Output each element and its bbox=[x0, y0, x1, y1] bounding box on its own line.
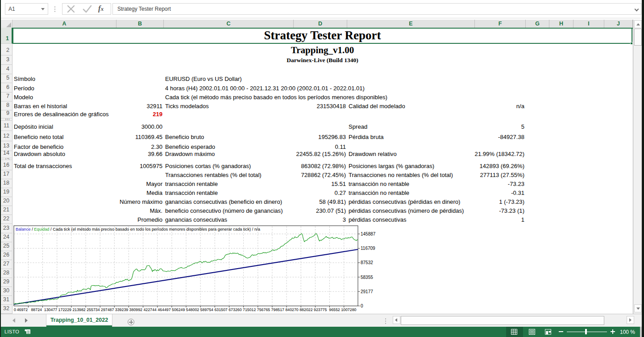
svg-text:548002: 548002 bbox=[186, 308, 199, 312]
svg-text:Balance / Equidad / Cada tick: Balance / Equidad / Cada tick (el método… bbox=[16, 227, 261, 232]
svg-text:58355: 58355 bbox=[361, 275, 373, 280]
svg-text:380992: 380992 bbox=[129, 308, 142, 312]
svg-text:506249: 506249 bbox=[172, 308, 185, 312]
svg-text:339239: 339239 bbox=[115, 308, 128, 312]
svg-text:87532: 87532 bbox=[361, 260, 373, 265]
svg-text:464497: 464497 bbox=[158, 308, 170, 312]
svg-text:297487: 297487 bbox=[101, 308, 114, 312]
svg-text:46972: 46972 bbox=[17, 308, 28, 312]
svg-text:130477: 130477 bbox=[44, 308, 57, 312]
svg-text:840270: 840270 bbox=[285, 308, 298, 312]
svg-text:631507: 631507 bbox=[214, 308, 227, 312]
svg-text:923775: 923775 bbox=[314, 308, 327, 312]
svg-text:756765: 756765 bbox=[257, 308, 270, 312]
svg-text:116709: 116709 bbox=[361, 246, 375, 251]
svg-text:172229: 172229 bbox=[58, 308, 71, 312]
svg-text:29177: 29177 bbox=[361, 289, 373, 294]
svg-text:213982: 213982 bbox=[72, 308, 85, 312]
svg-text:96552: 96552 bbox=[329, 308, 340, 312]
svg-text:255734: 255734 bbox=[87, 308, 100, 312]
svg-text:0: 0 bbox=[361, 303, 363, 308]
svg-text:798517: 798517 bbox=[271, 308, 284, 312]
svg-text:1007280: 1007280 bbox=[341, 308, 356, 312]
svg-text:589754: 589754 bbox=[200, 308, 213, 312]
svg-text:0: 0 bbox=[14, 308, 16, 312]
svg-text:145887: 145887 bbox=[361, 232, 376, 236]
svg-text:422744: 422744 bbox=[143, 308, 156, 312]
svg-text:882022: 882022 bbox=[299, 308, 312, 312]
svg-text:715012: 715012 bbox=[243, 308, 256, 312]
svg-text:673260: 673260 bbox=[229, 308, 241, 312]
svg-text:88724: 88724 bbox=[31, 308, 42, 312]
